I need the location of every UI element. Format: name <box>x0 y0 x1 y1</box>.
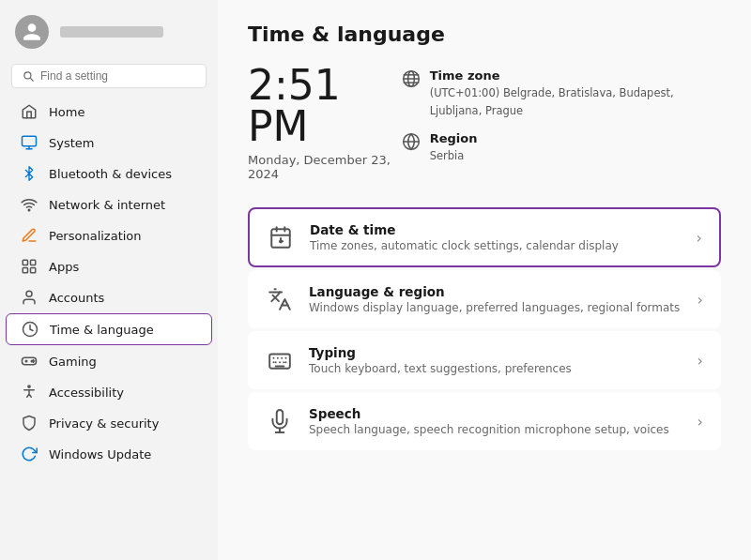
page-title: Time & language <box>248 23 721 46</box>
sidebar-item-label: Personalization <box>49 229 142 243</box>
sidebar-item-label: Home <box>49 105 84 119</box>
region-info: Region Serbia <box>430 131 478 163</box>
personalization-icon <box>21 227 38 244</box>
time-header: 2:51 PM Monday, December 23, 2024 Time z… <box>248 65 721 181</box>
card-language-region[interactable]: Language & region Windows display langua… <box>248 270 721 328</box>
profile-name-bar <box>60 26 163 38</box>
card-title: Language & region <box>309 284 682 299</box>
typing-icon <box>266 346 294 374</box>
region-globe-icon <box>402 132 421 151</box>
svg-rect-5 <box>31 260 36 265</box>
region-value: Serbia <box>430 149 465 162</box>
current-date: Monday, December 23, 2024 <box>248 153 402 181</box>
card-speech[interactable]: Speech Speech language, speech recogniti… <box>248 392 721 450</box>
update-icon <box>21 446 38 462</box>
region-label: Region <box>430 131 478 145</box>
language-region-text: Language & region Windows display langua… <box>309 284 682 314</box>
chevron-right-icon: › <box>697 229 702 247</box>
chevron-right-icon: › <box>697 413 703 431</box>
svg-point-3 <box>28 209 30 211</box>
sidebar-item-label: Time & language <box>50 323 154 337</box>
gaming-icon <box>21 353 38 370</box>
nav-list: Home System Bluetooth & devices <box>0 96 218 470</box>
chevron-right-icon: › <box>697 352 703 370</box>
typing-text: Typing Touch keyboard, text suggestions,… <box>309 345 682 375</box>
user-icon <box>22 22 42 42</box>
svg-rect-7 <box>31 268 36 273</box>
search-icon <box>22 69 35 83</box>
network-icon <box>21 196 38 213</box>
profile-section <box>0 0 218 60</box>
sidebar-item-apps[interactable]: Apps <box>6 251 212 281</box>
accounts-icon <box>21 289 38 306</box>
settings-list: Date & time Time zones, automatic clock … <box>248 207 721 450</box>
sidebar-item-label: Network & internet <box>49 198 165 212</box>
sidebar-item-home[interactable]: Home <box>6 97 212 127</box>
sidebar-item-accounts[interactable]: Accounts <box>6 282 212 312</box>
time-right: Time zone (UTC+01:00) Belgrade, Bratisla… <box>402 65 721 163</box>
card-desc: Time zones, automatic clock settings, ca… <box>310 239 682 252</box>
date-time-icon <box>267 223 295 251</box>
card-title: Speech <box>309 406 682 421</box>
card-desc: Speech language, speech recognition micr… <box>309 423 682 436</box>
sidebar-item-label: Apps <box>49 260 79 274</box>
card-date-time[interactable]: Date & time Time zones, automatic clock … <box>248 207 721 267</box>
sidebar-item-update[interactable]: Windows Update <box>6 439 212 469</box>
sidebar-item-label: Privacy & security <box>49 416 159 431</box>
sidebar: Home System Bluetooth & devices <box>0 0 218 560</box>
globe-icon <box>402 69 421 88</box>
timezone-label: Time zone <box>430 68 721 83</box>
chevron-right-icon: › <box>697 291 703 309</box>
speech-icon <box>266 407 294 435</box>
date-time-text: Date & time Time zones, automatic clock … <box>310 222 682 252</box>
timezone-value: (UTC+01:00) Belgrade, Bratislava, Budape… <box>430 86 674 117</box>
search-box[interactable] <box>11 64 207 88</box>
region-row: Region Serbia <box>402 131 478 163</box>
time-icon <box>22 321 38 338</box>
search-input[interactable] <box>40 69 196 83</box>
sidebar-item-system[interactable]: System <box>6 128 212 158</box>
sidebar-item-label: Gaming <box>49 355 97 369</box>
sidebar-item-label: Accessibility <box>49 386 124 400</box>
sidebar-item-privacy[interactable]: Privacy & security <box>6 408 212 438</box>
card-title: Date & time <box>310 222 682 237</box>
sidebar-item-personalization[interactable]: Personalization <box>6 220 212 250</box>
accessibility-icon <box>21 384 38 401</box>
sidebar-item-bluetooth[interactable]: Bluetooth & devices <box>6 159 212 189</box>
sidebar-item-network[interactable]: Network & internet <box>6 189 212 219</box>
card-title: Typing <box>309 345 682 360</box>
avatar <box>15 15 49 49</box>
sidebar-item-label: Windows Update <box>49 447 151 462</box>
sidebar-item-gaming[interactable]: Gaming <box>6 346 212 376</box>
svg-point-15 <box>28 386 30 387</box>
bluetooth-icon <box>21 165 38 182</box>
apps-icon <box>21 258 38 275</box>
timezone-row: Time zone (UTC+01:00) Belgrade, Bratisla… <box>402 68 721 118</box>
speech-text: Speech Speech language, speech recogniti… <box>309 406 682 436</box>
privacy-icon <box>21 415 38 431</box>
system-icon <box>21 134 38 151</box>
svg-rect-0 <box>23 136 37 146</box>
sidebar-item-label: System <box>49 136 94 150</box>
sidebar-item-time[interactable]: Time & language <box>6 313 212 345</box>
svg-rect-6 <box>23 268 27 273</box>
card-typing[interactable]: Typing Touch keyboard, text suggestions,… <box>248 331 721 389</box>
sidebar-item-label: Accounts <box>49 291 104 305</box>
sidebar-item-label: Bluetooth & devices <box>49 167 172 181</box>
svg-point-11 <box>25 360 27 362</box>
current-time: 2:51 PM <box>248 65 402 147</box>
sidebar-item-accessibility[interactable]: Accessibility <box>6 377 212 407</box>
card-desc: Windows display language, preferred lang… <box>309 301 682 314</box>
time-left: 2:51 PM Monday, December 23, 2024 <box>248 65 402 181</box>
timezone-info: Time zone (UTC+01:00) Belgrade, Bratisla… <box>430 68 721 118</box>
main-content: Time & language 2:51 PM Monday, December… <box>218 0 751 560</box>
card-desc: Touch keyboard, text suggestions, prefer… <box>309 362 682 375</box>
language-icon <box>266 285 294 313</box>
svg-point-8 <box>26 291 32 296</box>
svg-rect-4 <box>23 260 27 265</box>
home-icon <box>21 103 38 120</box>
